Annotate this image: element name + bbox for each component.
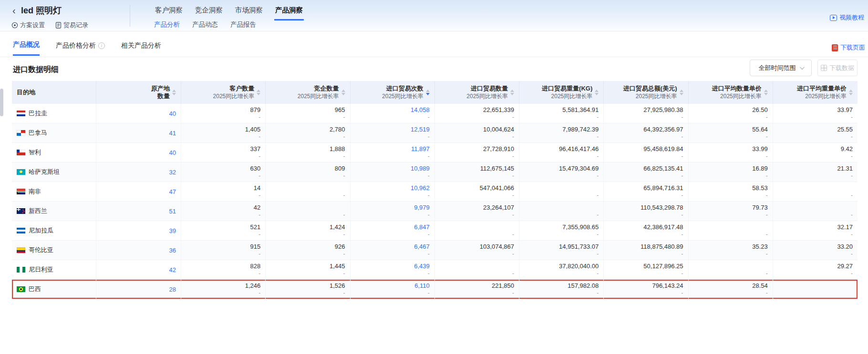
data-cell: 50,127,896.25- [604, 260, 688, 279]
data-cell: 1,246- [181, 280, 266, 299]
sort-icons[interactable] [680, 90, 683, 96]
destination-cell[interactable]: 南非 [12, 182, 96, 201]
section-title: 进口数据明细 [13, 65, 59, 75]
trade-count-link[interactable]: 6,439 [414, 263, 430, 270]
nav-tab-3[interactable]: 市场洞察 [234, 4, 264, 20]
trade-count-link[interactable]: 6,110 [414, 282, 430, 289]
sort-desc-icon[interactable] [764, 93, 768, 95]
growth-rate-value: - [343, 172, 345, 179]
page-tab-2[interactable]: 产品价格分析i [56, 40, 105, 56]
destination-cell[interactable]: 尼加拉瓜 [12, 221, 96, 240]
trade-count-link[interactable]: 9,979 [414, 204, 430, 211]
column-header-1[interactable]: 原产地数量 [96, 81, 181, 104]
vertical-scrollbar-thumb[interactable] [0, 89, 3, 116]
download-data-button[interactable]: 下载数据 [817, 60, 858, 76]
sort-desc-icon[interactable] [341, 93, 345, 95]
column-header-4[interactable]: 进口贸易次数2025同比增长率 [351, 81, 435, 104]
sort-asc-icon[interactable] [172, 90, 176, 92]
download-page-button[interactable]: 下载页面 [832, 43, 865, 52]
column-header-5[interactable]: 进口贸易数量2025同比增长率 [435, 81, 519, 104]
nav-tab-2[interactable]: 竞企洞察 [194, 4, 224, 20]
page-tab-3[interactable]: 相关产品分析 [121, 40, 161, 56]
sort-desc-icon[interactable] [257, 93, 260, 95]
table-row: 尼加拉瓜39521-1,424-6,847--7,355,908.65-42,3… [12, 221, 858, 241]
sort-desc-icon[interactable] [680, 93, 683, 95]
sort-icons[interactable] [341, 90, 345, 96]
sort-icons[interactable] [257, 90, 260, 96]
sort-asc-icon[interactable] [341, 90, 345, 92]
back-icon[interactable]: ‹ [12, 5, 16, 16]
sort-asc-icon[interactable] [764, 90, 768, 92]
trade-count-link[interactable]: 10,962 [411, 184, 430, 192]
origin-count-link[interactable]: 36 [169, 247, 176, 254]
cell-value: 110,543,298.78 [641, 204, 683, 211]
sort-asc-icon[interactable] [426, 90, 430, 92]
sort-desc-icon[interactable] [849, 93, 853, 95]
column-header-2[interactable]: 客户数量2025同比增长率 [181, 81, 266, 104]
sort-icons[interactable] [172, 90, 176, 96]
trade-count-link[interactable]: 10,989 [411, 165, 430, 172]
play-video-icon [830, 15, 837, 21]
growth-rate-value: - [597, 212, 599, 218]
nav-tab-4[interactable]: 产品洞察 [274, 4, 304, 20]
data-cell: 10,989- [351, 162, 435, 182]
sort-icons[interactable] [426, 90, 430, 96]
sort-icons[interactable] [510, 90, 514, 96]
trade-count-link[interactable]: 6,847 [414, 223, 430, 231]
column-header-8[interactable]: 进口平均数量单价2025同比增长率 [689, 81, 773, 104]
origin-count-link[interactable]: 40 [169, 149, 176, 156]
origin-count-link[interactable]: 40 [169, 110, 176, 117]
sort-asc-icon[interactable] [510, 90, 514, 92]
trade-count-link[interactable]: 6,467 [414, 243, 430, 250]
trade-count-link[interactable]: 11,897 [411, 145, 430, 152]
sort-asc-icon[interactable] [595, 90, 599, 92]
flag-icon-colombia [17, 247, 25, 253]
data-cell: 1,445- [266, 260, 350, 279]
destination-cell[interactable]: 哥伦比亚 [12, 241, 96, 260]
origin-count-link[interactable]: 42 [169, 266, 176, 273]
origin-count-link[interactable]: 28 [169, 286, 176, 293]
destination-cell[interactable]: 巴西 [12, 280, 96, 299]
origin-count-link[interactable]: 47 [169, 188, 176, 195]
sort-icons[interactable] [595, 90, 599, 96]
scheme-settings-button[interactable]: 方案设置 [11, 21, 45, 30]
destination-cell[interactable]: 巴拿马 [12, 123, 96, 142]
sort-desc-icon[interactable] [595, 93, 599, 95]
growth-rate-value: - [258, 212, 260, 218]
info-icon: i [98, 42, 105, 49]
destination-cell[interactable]: 巴拉圭 [12, 104, 96, 123]
destination-cell[interactable]: 尼日利亚 [12, 260, 96, 279]
page-tab-label: 产品价格分析 [56, 41, 96, 50]
origin-count-link[interactable]: 41 [169, 130, 176, 137]
trade-count-link[interactable]: 14,058 [411, 106, 430, 113]
sort-desc-icon[interactable] [172, 93, 176, 95]
column-header-6[interactable]: 进口贸易重量(KG)2025同比增长率 [519, 81, 604, 104]
page-tab-1[interactable]: 产品概况 [13, 40, 40, 56]
origin-count-link[interactable]: 39 [169, 227, 176, 234]
destination-cell[interactable]: 哈萨克斯坦 [12, 162, 96, 182]
column-header-7[interactable]: 进口贸易总额(美元)2025同比增长率 [604, 81, 688, 104]
trade-count-link[interactable]: 12,519 [411, 126, 430, 133]
growth-rate-value: - [512, 290, 514, 296]
target-settings-icon [11, 22, 18, 29]
cell-value: 5,581,364.91 [562, 106, 599, 113]
video-tutorial-button[interactable]: 视频教程 [830, 13, 864, 22]
origin-count-cell: 40 [96, 143, 181, 162]
trade-records-button[interactable]: 贸易记录 [55, 21, 88, 30]
sort-icons[interactable] [849, 90, 853, 96]
sort-asc-icon[interactable] [257, 90, 260, 92]
sort-asc-icon[interactable] [849, 90, 853, 92]
sort-desc-icon[interactable] [426, 93, 430, 95]
destination-cell[interactable]: 智利 [12, 143, 96, 162]
sort-desc-icon[interactable] [510, 93, 514, 95]
column-header-3[interactable]: 竞企数量2025同比增长率 [266, 81, 350, 104]
origin-count-link[interactable]: 32 [169, 169, 176, 176]
origin-count-link[interactable]: 51 [169, 208, 176, 215]
data-cell: 14,058- [351, 104, 435, 123]
column-header-9[interactable]: 进口平均重量单价2025同比增长率 [773, 81, 858, 104]
nav-tab-1[interactable]: 客户洞察 [154, 4, 184, 20]
sort-icons[interactable] [764, 90, 768, 96]
destination-cell[interactable]: 新西兰 [12, 202, 96, 221]
time-range-select[interactable]: 全部时间范围 [750, 60, 812, 76]
sort-asc-icon[interactable] [680, 90, 683, 92]
